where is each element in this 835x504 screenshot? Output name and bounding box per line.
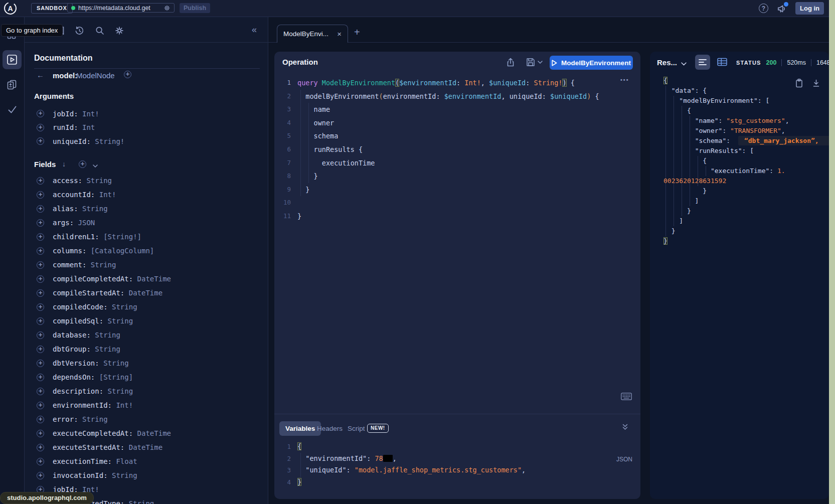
response-title[interactable]: Res...: [657, 58, 677, 67]
add-to-query-button[interactable]: +: [37, 137, 44, 145]
doc-field-row[interactable]: +error: String: [24, 412, 268, 426]
documentation-title: Documentation: [34, 54, 92, 63]
add-to-query-button[interactable]: +: [37, 275, 44, 283]
keyboard-shortcuts-icon[interactable]: [621, 393, 632, 400]
add-to-query-button[interactable]: +: [37, 374, 44, 381]
pretty-view-toggle[interactable]: [695, 55, 710, 70]
sort-fields-icon[interactable]: ↓: [62, 160, 66, 168]
doc-field-row[interactable]: +runId: Int: [24, 121, 268, 135]
doc-field-type: DateTime: [124, 443, 162, 451]
doc-field-name: childrenL1:: [53, 233, 99, 241]
doc-field-row[interactable]: +alias: String: [24, 202, 268, 216]
add-to-query-button[interactable]: +: [37, 205, 44, 213]
doc-field-row[interactable]: +childrenL1: [String!]: [24, 230, 268, 244]
add-to-query-button[interactable]: +: [37, 346, 44, 353]
search-icon[interactable]: [95, 26, 105, 36]
nav-explorer-button[interactable]: [3, 50, 22, 69]
add-to-query-button[interactable]: +: [37, 360, 44, 367]
add-to-query-button[interactable]: +: [37, 110, 44, 117]
browser-status-bar: studio.apollographql.com: [0, 492, 94, 504]
settings-gear-icon[interactable]: [114, 26, 124, 36]
share-operation-icon[interactable]: [506, 57, 516, 67]
add-to-query-button[interactable]: +: [37, 124, 44, 131]
doc-field-row[interactable]: +access: String: [24, 174, 268, 188]
doc-field-type: [String]: [95, 373, 133, 381]
doc-field-row[interactable]: +description: String: [24, 384, 268, 398]
response-dropdown-chevron-icon[interactable]: [681, 62, 687, 66]
doc-field-row[interactable]: +compiledSql: String: [24, 314, 268, 328]
announcements-button[interactable]: [776, 3, 787, 14]
tab-headers[interactable]: Headers: [317, 425, 343, 432]
tab-script[interactable]: Script: [348, 425, 365, 432]
doc-field-row[interactable]: +executeCompletedAt: DateTime: [24, 426, 268, 440]
add-to-query-button[interactable]: +: [37, 444, 44, 451]
history-icon[interactable]: [74, 26, 85, 36]
doc-field-row[interactable]: +jobId: Int!: [24, 107, 268, 121]
add-all-fields-button[interactable]: +: [79, 160, 86, 168]
nav-checks-button[interactable]: [3, 100, 22, 119]
add-to-query-button[interactable]: +: [37, 233, 44, 241]
endpoint-settings-gear-icon[interactable]: [163, 5, 171, 12]
tab-variables[interactable]: Variables: [279, 421, 321, 436]
doc-field-row[interactable]: +database: String: [24, 328, 268, 342]
add-to-query-button[interactable]: +: [37, 177, 44, 185]
add-to-query-button[interactable]: +: [37, 402, 44, 409]
doc-field-row[interactable]: +compiledCode: String: [24, 300, 268, 314]
doc-field-row[interactable]: +comment: String: [24, 258, 268, 272]
add-to-query-button[interactable]: +: [37, 303, 44, 311]
doc-field-row[interactable]: +executeStartedAt: DateTime: [24, 440, 268, 454]
doc-field-row[interactable]: +uniqueId: String!: [24, 134, 268, 148]
doc-field-row[interactable]: +dependsOn: [String]: [24, 370, 268, 384]
doc-field-row[interactable]: +accountId: Int!: [24, 188, 268, 202]
response-json-viewer[interactable]: { "data": { "modelByEnvironment": [ { "n…: [650, 76, 829, 246]
breadcrumb-type-name[interactable]: ModelNode: [76, 71, 115, 80]
nav-schema-button[interactable]: [3, 75, 22, 94]
back-arrow-icon[interactable]: ←: [37, 71, 44, 79]
sandbox-badge[interactable]: SANDBOX: [31, 3, 73, 14]
add-to-query-button[interactable]: +: [37, 472, 44, 479]
doc-field-row[interactable]: +compileCompletedAt: DateTime: [24, 272, 268, 286]
add-to-query-button[interactable]: +: [37, 331, 44, 339]
collapse-panel-double-chevron-icon[interactable]: [622, 424, 628, 430]
doc-field-row[interactable]: +invocationId: String: [24, 468, 268, 482]
save-dropdown-chevron-icon[interactable]: [538, 61, 543, 64]
collapse-sidebar-button[interactable]: «: [252, 25, 257, 35]
table-view-toggle[interactable]: [717, 57, 728, 67]
add-to-query-button[interactable]: +: [37, 247, 44, 255]
doc-field-row[interactable]: +compileStartedAt: DateTime: [24, 286, 268, 300]
endpoint-url-text[interactable]: https://metadata.cloud.get: [78, 5, 160, 12]
add-to-query-button[interactable]: +: [37, 317, 44, 325]
close-tab-icon[interactable]: ×: [337, 30, 342, 38]
code-line: "owner": "TRANSFORMER",: [650, 126, 829, 136]
add-model-button[interactable]: +: [124, 71, 131, 78]
add-to-query-button[interactable]: +: [37, 289, 44, 297]
login-button[interactable]: Log in: [795, 2, 824, 15]
doc-field-row[interactable]: +environmentId: Int!: [24, 398, 268, 412]
save-operation-icon[interactable]: [526, 57, 536, 67]
graphql-query-editor[interactable]: 1query ModelByEnvironment($environmentId…: [274, 76, 640, 223]
publish-button[interactable]: Publish: [180, 3, 210, 13]
add-to-query-button[interactable]: +: [37, 388, 44, 395]
doc-field-row[interactable]: +dbtVersion: String: [24, 356, 268, 370]
endpoint-url-input[interactable]: https://metadata.cloud.get: [67, 3, 175, 13]
doc-field-name: executeStartedAt:: [53, 443, 124, 451]
doc-field-type: String: [124, 499, 154, 504]
add-to-query-button[interactable]: +: [37, 219, 44, 227]
variables-json-editor[interactable]: 1{2 "environmentId": 78,3 "uniqueId": "m…: [274, 441, 640, 488]
doc-field-row[interactable]: +executionTime: Float: [24, 454, 268, 468]
add-to-query-button[interactable]: +: [37, 430, 44, 437]
add-to-query-button[interactable]: +: [37, 261, 44, 269]
apollo-logo-icon[interactable]: A: [4, 2, 17, 15]
run-operation-button[interactable]: ModelByEnvironment: [550, 56, 633, 70]
add-to-query-button[interactable]: +: [37, 458, 44, 465]
doc-field-row[interactable]: +columns: [CatalogColumn]: [24, 244, 268, 258]
doc-field-name: jobId:: [53, 110, 78, 118]
help-icon[interactable]: ?: [759, 4, 768, 13]
doc-field-row[interactable]: +dbtGroup: String: [24, 342, 268, 356]
new-tab-button[interactable]: +: [354, 27, 360, 38]
doc-field-row[interactable]: +args: JSON: [24, 216, 268, 230]
add-to-query-button[interactable]: +: [37, 191, 44, 199]
tab-model-by-environment[interactable]: ModelByEnvi... ×: [277, 25, 348, 43]
chevron-down-icon[interactable]: [93, 164, 98, 168]
add-to-query-button[interactable]: +: [37, 416, 44, 423]
